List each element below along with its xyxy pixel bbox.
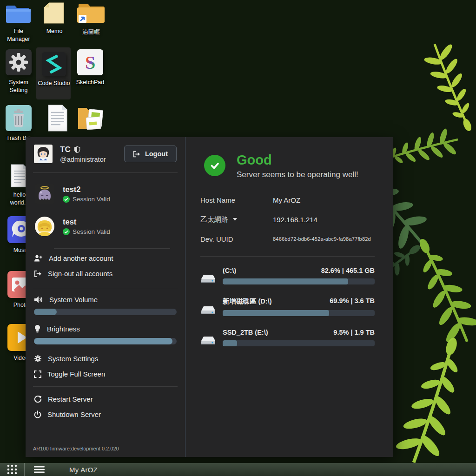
volume-slider-fill xyxy=(34,309,57,315)
uuid-value: 8466bd72-bdb6-452a-abc9-fa98a77fb82d xyxy=(273,236,375,242)
divider xyxy=(54,248,170,249)
disk-row-c: (C:\) 82.6% | 465.1 GB xyxy=(200,267,375,284)
brightness-icon xyxy=(34,324,41,333)
user-handle: @administrator xyxy=(60,156,117,163)
trash-icon xyxy=(4,105,33,131)
taskbar-title: My ArOZ xyxy=(69,466,98,474)
hdd-icon xyxy=(200,305,216,316)
desktop-icon-document[interactable] xyxy=(43,104,73,132)
disk-stat: 69.9% | 3.6 TB xyxy=(330,297,375,306)
hostname-value: My ArOZ xyxy=(273,196,375,204)
desktop-icon-memo[interactable]: Memo xyxy=(40,2,69,35)
disk-usage-bar xyxy=(223,340,375,346)
gear-icon xyxy=(34,355,42,363)
divider xyxy=(33,386,178,387)
disk-row-d: 新增磁碟區 (D:\) 69.9% | 3.6 TB xyxy=(200,297,375,316)
document-icon xyxy=(43,104,73,132)
volume-slider[interactable] xyxy=(34,309,177,315)
slider-label: System Volume xyxy=(49,296,98,304)
system-volume-label-row: System Volume xyxy=(34,294,177,304)
caret-down-icon xyxy=(233,218,237,221)
hdd-icon xyxy=(200,335,216,346)
desktop-icon-system-setting[interactable]: System Setting xyxy=(4,49,33,94)
uuid-label: Dev. UUID xyxy=(200,235,260,243)
taskbar: My ArOZ xyxy=(0,463,476,476)
status-message: Server seems to be operating well! xyxy=(237,170,358,179)
slider-label: Brightness xyxy=(47,325,80,333)
folder-photos-icon xyxy=(73,105,109,132)
brightness-slider-fill xyxy=(34,338,172,344)
note-icon xyxy=(40,2,69,24)
check-circle-icon xyxy=(63,196,70,203)
disk-usage-bar xyxy=(223,278,375,284)
desktop-icon-sketchpad[interactable]: S SketchPad xyxy=(75,49,105,86)
hdd-icon xyxy=(200,273,216,284)
desktop-icon-label: Memo xyxy=(40,27,69,35)
avatar xyxy=(35,184,54,204)
app-launcher-button[interactable] xyxy=(0,463,24,476)
disk-usage-fill xyxy=(223,278,348,284)
brightness-label-row: Brightness xyxy=(34,323,177,333)
disk-stat: 82.6% | 465.1 GB xyxy=(321,267,375,274)
fullscreen-icon xyxy=(34,370,41,378)
desktop-icon-label: 油圖喔 xyxy=(73,28,109,36)
desktop-icon-label: File Manager xyxy=(4,27,33,43)
menu-label: Add another account xyxy=(49,254,113,262)
menu-label: Restart Server xyxy=(48,395,93,403)
desktop-screen: File Manager Memo 油圖喔 xyxy=(0,0,476,476)
disk-row-e: SSD_2TB (E:\) 9.5% | 1.9 TB xyxy=(200,329,375,346)
menu-icon xyxy=(34,466,45,473)
menu-label: Toggle Full Screen xyxy=(47,370,105,378)
desktop-icon-photos-folder[interactable] xyxy=(73,105,109,132)
code-studio-icon xyxy=(37,52,71,76)
shutdown-server-item[interactable]: Shutdown Server xyxy=(33,407,178,422)
session-status: Session Valid xyxy=(73,196,110,203)
status-pane: Good Server seems to be operating well! … xyxy=(185,137,393,457)
desktop-icon-label: SketchPad xyxy=(75,79,105,86)
menu-label: Shutdown Server xyxy=(47,410,101,418)
disk-name: (C:\) xyxy=(223,267,236,274)
menu-label: Sign-out all accounts xyxy=(48,270,112,278)
disk-usage-bar xyxy=(223,310,375,316)
disk-name: SSD_2TB (E:\) xyxy=(223,329,268,336)
user-pane: TC @administrator Logout xyxy=(26,137,185,457)
disk-stat: 9.5% | 1.9 TB xyxy=(333,329,375,336)
desktop-icon-trash-bin[interactable]: Trash Bin xyxy=(4,105,33,142)
folder-icon xyxy=(4,2,33,24)
system-settings-item[interactable]: System Settings xyxy=(33,351,178,366)
disk-name: 新增磁碟區 (D:\) xyxy=(223,297,272,306)
disk-usage-fill xyxy=(223,310,329,316)
disk-usage-section: (C:\) 82.6% | 465.1 GB xyxy=(200,256,375,346)
signout-icon xyxy=(34,270,42,278)
network-label: 乙太網路 xyxy=(200,215,228,224)
firmware-version: AR100 firmware:development 0.2.020 xyxy=(33,443,178,452)
status-title: Good xyxy=(237,153,358,168)
disk-usage-fill xyxy=(223,340,237,346)
ip-address-value: 192.168.1.214 xyxy=(273,216,375,224)
account-item-test2[interactable]: test2 Session Valid xyxy=(35,184,176,204)
status-check-circle-icon xyxy=(204,155,225,176)
avatar xyxy=(34,145,53,163)
restart-server-item[interactable]: Restart Server xyxy=(33,391,178,407)
network-dropdown[interactable]: 乙太網路 xyxy=(200,215,260,224)
desktop-icon-file-manager[interactable]: File Manager xyxy=(4,2,33,43)
gear-tile-icon xyxy=(4,49,33,75)
account-item-test[interactable]: test Session Valid xyxy=(35,217,176,236)
desktop-icon-code-studio[interactable]: Code Studio xyxy=(37,52,71,87)
logout-button[interactable]: Logout xyxy=(124,145,177,162)
signout-all-item[interactable]: Sign-out all accounts xyxy=(33,266,178,281)
app-launcher-grid-icon xyxy=(7,464,17,475)
add-account-item[interactable]: Add another account xyxy=(33,251,178,266)
session-status: Session Valid xyxy=(73,228,110,235)
toggle-fullscreen-item[interactable]: Toggle Full Screen xyxy=(33,366,178,382)
logout-icon xyxy=(133,151,140,158)
avatar xyxy=(35,217,54,236)
username: TC xyxy=(60,145,71,154)
brightness-slider[interactable] xyxy=(34,338,177,344)
account-name: test xyxy=(63,218,110,226)
menu-button[interactable] xyxy=(25,463,53,476)
desktop-icon-shortcut-folder[interactable]: 油圖喔 xyxy=(73,2,109,36)
volume-icon xyxy=(34,296,43,304)
shield-icon xyxy=(74,146,80,153)
check-circle-icon xyxy=(63,228,70,235)
